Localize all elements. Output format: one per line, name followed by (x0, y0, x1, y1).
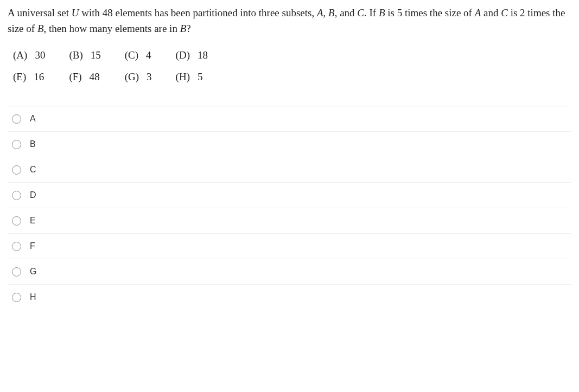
choice-letter: (E) (13, 71, 26, 83)
radio-option-E[interactable]: E (8, 208, 571, 234)
choice-letter: (B) (69, 49, 82, 61)
question-text: A universal set U with 48 elements has b… (8, 5, 571, 36)
set-B: B (328, 7, 335, 18)
radio-label: E (30, 216, 36, 226)
choice-E: (E) 16 (13, 71, 45, 83)
set-B: B (180, 23, 187, 34)
answer-choices-grid: (A) 30 (B) 15 (C) 4 (D) 18 (E) 16 (F) 48… (13, 49, 571, 83)
radio-label: H (30, 292, 36, 302)
question-frag: and (481, 7, 501, 18)
choice-value: 4 (146, 49, 151, 61)
choice-letter: (A) (13, 49, 27, 61)
radio-option-H[interactable]: H (8, 285, 571, 310)
choice-C: (C) 4 (125, 49, 152, 61)
radio-label: G (30, 267, 36, 277)
radio-option-C[interactable]: C (8, 157, 571, 183)
choice-B: (B) 15 (69, 49, 100, 61)
radio-circle-icon (12, 216, 21, 226)
choice-value: 3 (147, 71, 152, 83)
question-frag: , and (335, 7, 358, 18)
radio-label: A (30, 114, 36, 124)
radio-circle-icon (12, 191, 21, 200)
question-frag: , (323, 7, 329, 18)
choice-H: (H) 5 (176, 71, 208, 83)
radio-option-D[interactable]: D (8, 183, 571, 208)
radio-option-G[interactable]: G (8, 259, 571, 285)
radio-circle-icon (12, 267, 21, 277)
set-U: U (72, 7, 79, 18)
choice-value: 15 (91, 49, 101, 61)
radio-circle-icon (12, 242, 21, 251)
question-frag: . If (364, 7, 379, 18)
question-frag: ? (186, 23, 190, 34)
choice-value: 5 (198, 71, 203, 83)
choice-letter: (H) (176, 71, 190, 83)
radio-option-A[interactable]: A (8, 106, 571, 132)
question-frag: A universal set (8, 7, 72, 18)
choice-value: 48 (90, 71, 100, 83)
question-frag: , then how many elements are in (43, 23, 180, 34)
radio-label: D (30, 190, 36, 200)
radio-label: F (30, 241, 35, 251)
radio-circle-icon (12, 114, 21, 124)
choice-letter: (C) (125, 49, 138, 61)
question-frag: with 48 elements has been partitioned in… (79, 7, 316, 18)
set-B: B (37, 23, 44, 34)
radio-circle-icon (12, 165, 21, 175)
choice-letter: (D) (176, 49, 190, 61)
choice-D: (D) 18 (176, 49, 208, 61)
choice-G: (G) 3 (125, 71, 152, 83)
set-C: C (501, 7, 508, 18)
radio-answer-list: A B C D E F G H (8, 106, 571, 310)
radio-circle-icon (12, 140, 21, 149)
set-B: B (379, 7, 385, 18)
choice-value: 18 (198, 49, 208, 61)
radio-circle-icon (12, 293, 21, 302)
radio-option-B[interactable]: B (8, 132, 571, 157)
choice-A: (A) 30 (13, 49, 45, 61)
choice-value: 16 (34, 71, 44, 83)
choice-F: (F) 48 (69, 71, 100, 83)
set-C: C (357, 7, 364, 18)
choice-value: 30 (35, 49, 45, 61)
set-A: A (475, 7, 481, 18)
choice-letter: (G) (125, 71, 139, 83)
radio-label: B (30, 139, 36, 149)
choice-letter: (F) (69, 71, 81, 83)
set-A: A (317, 7, 323, 18)
question-frag: is 5 times the size of (385, 7, 475, 18)
radio-option-F[interactable]: F (8, 234, 571, 259)
radio-label: C (30, 165, 36, 175)
